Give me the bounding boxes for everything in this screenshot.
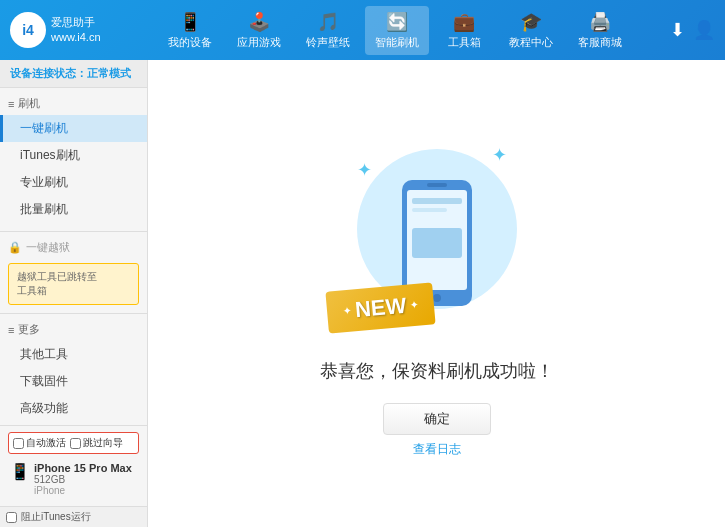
connection-status: 设备连接状态：正常模式 — [0, 60, 147, 88]
toolbox-icon: 💼 — [453, 11, 475, 33]
service-icon: 🖨️ — [589, 11, 611, 33]
sidebar: 设备连接状态：正常模式 ≡ 刷机 一键刷机 iTunes刷机 专业刷机 批量刷机… — [0, 60, 148, 527]
more-section-header: ≡ 更多 — [0, 318, 147, 341]
sidebar-item-other-tools[interactable]: 其他工具 — [0, 341, 147, 368]
auto-options-container: 自动激活 跳过向导 — [8, 432, 139, 454]
view-log-button[interactable]: 查看日志 — [413, 441, 461, 458]
download-icon[interactable]: ⬇ — [670, 19, 685, 41]
sidebar-item-advanced[interactable]: 高级功能 — [0, 395, 147, 422]
more-section-icon: ≡ — [8, 324, 14, 336]
nav-label-toolbox: 工具箱 — [448, 35, 481, 50]
nav-item-toolbox[interactable]: 💼 工具箱 — [434, 6, 494, 55]
nav-label-ringtone: 铃声壁纸 — [306, 35, 350, 50]
sidebar-bottom: 自动激活 跳过向导 📱 iPhone 15 Pro Max 512GB iPho… — [0, 425, 147, 506]
content-area: ✦ ✦ ✦ NEW ✦ — [148, 60, 725, 527]
itunes-bar: 阻止iTunes运行 — [0, 506, 147, 527]
sparkle-left-icon: ✦ — [357, 159, 372, 181]
ringtone-icon: 🎵 — [317, 11, 339, 33]
jailbreak-notice: 越狱工具已跳转至 工具箱 — [8, 263, 139, 305]
nav-item-ringtone[interactable]: 🎵 铃声壁纸 — [296, 6, 360, 55]
logo-text: 爱思助手 www.i4.cn — [51, 15, 101, 46]
sidebar-divider-1 — [0, 231, 147, 232]
nav-label-my-device: 我的设备 — [168, 35, 212, 50]
device-phone-icon: 📱 — [10, 462, 30, 481]
svg-rect-2 — [427, 183, 447, 187]
header-actions: ⬇ 👤 — [670, 19, 715, 41]
new-ribbon-text: NEW — [353, 293, 406, 323]
svg-rect-5 — [412, 208, 447, 212]
device-type: iPhone — [34, 485, 137, 496]
skip-guide-checkbox[interactable] — [70, 438, 81, 449]
logo: i4 爱思助手 www.i4.cn — [10, 12, 101, 48]
jailbreak-disabled: 🔒 一键越狱 — [0, 236, 147, 259]
device-storage: 512GB — [34, 474, 137, 485]
success-illustration: ✦ ✦ ✦ NEW ✦ — [337, 129, 537, 349]
nav-label-app-game: 应用游戏 — [237, 35, 281, 50]
svg-rect-6 — [412, 228, 462, 258]
nav-item-app-game[interactable]: 🕹️ 应用游戏 — [227, 6, 291, 55]
sidebar-divider-2 — [0, 313, 147, 314]
sidebar-item-itunes-flash[interactable]: iTunes刷机 — [0, 142, 147, 169]
flash-section-icon: ≡ — [8, 98, 14, 110]
logo-icon: i4 — [10, 12, 46, 48]
auto-activate-checkbox[interactable] — [13, 438, 24, 449]
skip-guide-option[interactable]: 跳过向导 — [70, 436, 123, 450]
new-ribbon: ✦ NEW ✦ — [325, 282, 436, 333]
header: i4 爱思助手 www.i4.cn 📱 我的设备 🕹️ 应用游戏 🎵 铃声壁纸 … — [0, 0, 725, 60]
svg-point-3 — [433, 294, 441, 302]
sidebar-item-onekey-flash[interactable]: 一键刷机 — [0, 115, 147, 142]
jailbreak-lock-icon: 🔒 — [8, 241, 22, 254]
auto-activate-option[interactable]: 自动激活 — [13, 436, 66, 450]
svg-rect-4 — [412, 198, 462, 204]
device-name: iPhone 15 Pro Max — [34, 462, 137, 474]
device-details: iPhone 15 Pro Max 512GB iPhone — [34, 462, 137, 496]
sidebar-item-batch-flash[interactable]: 批量刷机 — [0, 196, 147, 223]
nav-label-tutorial: 教程中心 — [509, 35, 553, 50]
sidebar-item-download-firmware[interactable]: 下载固件 — [0, 368, 147, 395]
sparkle-right-icon: ✦ — [492, 144, 507, 166]
sidebar-item-pro-flash[interactable]: 专业刷机 — [0, 169, 147, 196]
success-message: 恭喜您，保资料刷机成功啦！ — [320, 359, 554, 383]
flash-section-label: 刷机 — [18, 96, 40, 111]
user-icon[interactable]: 👤 — [693, 19, 715, 41]
flash-section: ≡ 刷机 一键刷机 iTunes刷机 专业刷机 批量刷机 — [0, 88, 147, 227]
flash-section-header: ≡ 刷机 — [0, 92, 147, 115]
confirm-button[interactable]: 确定 — [383, 403, 491, 435]
nav-item-tutorial[interactable]: 🎓 教程中心 — [499, 6, 563, 55]
nav-item-service[interactable]: 🖨️ 客服商城 — [568, 6, 632, 55]
nav-label-service: 客服商城 — [578, 35, 622, 50]
my-device-icon: 📱 — [179, 11, 201, 33]
nav-label-smart-flash: 智能刷机 — [375, 35, 419, 50]
nav-item-my-device[interactable]: 📱 我的设备 — [158, 6, 222, 55]
main-layout: 设备连接状态：正常模式 ≡ 刷机 一键刷机 iTunes刷机 专业刷机 批量刷机… — [0, 60, 725, 527]
device-info: 📱 iPhone 15 Pro Max 512GB iPhone — [8, 458, 139, 500]
smart-flash-icon: 🔄 — [386, 11, 408, 33]
app-game-icon: 🕹️ — [248, 11, 270, 33]
nav-item-smart-flash[interactable]: 🔄 智能刷机 — [365, 6, 429, 55]
nav: 📱 我的设备 🕹️ 应用游戏 🎵 铃声壁纸 🔄 智能刷机 💼 工具箱 🎓 教程中… — [121, 6, 670, 55]
tutorial-icon: 🎓 — [520, 11, 542, 33]
block-itunes-checkbox[interactable] — [6, 512, 17, 523]
